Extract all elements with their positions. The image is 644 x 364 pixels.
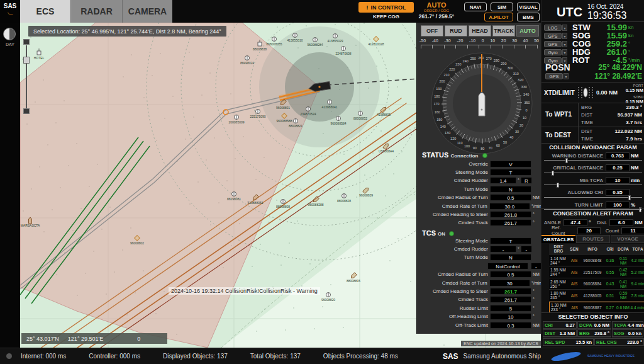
- cap-param-input[interactable]: 0.763: [606, 152, 630, 159]
- tab-routes[interactable]: ROUTES: [576, 235, 610, 243]
- param-value-box[interactable]: 0.5: [490, 271, 531, 278]
- ais-target-label: 413855029: [327, 39, 343, 43]
- cap-slider-handle[interactable]: [552, 171, 554, 176]
- source-chip-cog[interactable]: GPS: [544, 41, 562, 47]
- obstacle-row[interactable]: 1.14 NM244 °AIS960088480.360.11 NM4.2 mi…: [549, 255, 644, 266]
- cap-param-slider[interactable]: [544, 160, 642, 162]
- source-arrow-icon[interactable]: ▾: [562, 33, 567, 39]
- brand-name: Samsung Autonomous Ship: [464, 353, 541, 360]
- ais-target-label: 96008801: [276, 106, 290, 110]
- svg-text:150: 150: [436, 118, 442, 122]
- param-value-box[interactable]: 0.5: [490, 194, 531, 201]
- sim-button[interactable]: SIM: [491, 3, 513, 11]
- obstacle-sensor: AIS: [568, 293, 580, 298]
- param-value-box[interactable]: 30: [489, 280, 530, 287]
- mode-button-auto[interactable]: AUTO: [516, 25, 539, 37]
- param-value-box[interactable]: 261.7: [490, 219, 531, 226]
- source-arrow-icon[interactable]: ▾: [562, 25, 567, 31]
- param-value-box[interactable]: 261.8: [490, 211, 531, 218]
- param-value-box[interactable]: NotControl: [487, 263, 528, 270]
- day-night-toggle-icon[interactable]: [3, 28, 16, 40]
- selected-object-cell: REL CRS228.0 °: [594, 338, 644, 346]
- mode-button-head[interactable]: HEAD: [469, 25, 491, 37]
- source-chip-sog[interactable]: GPS: [544, 33, 562, 39]
- svg-text:50: 50: [503, 140, 507, 144]
- param-value-box[interactable]: 261.7: [490, 288, 531, 295]
- param-value-box[interactable]: 10: [490, 313, 531, 320]
- param-value-box[interactable]: 30.0: [489, 203, 530, 210]
- chart-zoom-slider[interactable]: [23, 39, 30, 113]
- param-label: Cmded Rate of Turn: [417, 280, 489, 286]
- zoom-in-button[interactable]: [23, 39, 30, 45]
- obstacle-dist-brg: 1.80 NM245 °: [549, 291, 568, 300]
- tab-camera[interactable]: CAMERA: [122, 0, 172, 23]
- readout-unit: °: [628, 49, 642, 55]
- svg-text:320: 320: [518, 78, 523, 82]
- param-value-box[interactable]: -: [490, 246, 516, 253]
- chart-side-strip: DAY: [0, 23, 20, 348]
- posn-source-arrow-icon[interactable]: ▾: [564, 73, 569, 79]
- obstacle-row[interactable]: 2.65 NM250 °AIS960088840.430.41 NM9.4 mi…: [549, 278, 644, 290]
- param-value-box[interactable]: N: [490, 186, 531, 193]
- obstacle-dist-brg: 1.55 NM244 °: [549, 268, 568, 276]
- param-value-box[interactable]: T: [490, 237, 531, 244]
- param-label: Steering Mode: [417, 238, 490, 244]
- param-value-box[interactable]: 0.3: [490, 322, 531, 329]
- param-value-box[interactable]: T: [490, 169, 531, 176]
- cap-param-slider[interactable]: [544, 173, 642, 174]
- tab-radar[interactable]: RADAR: [70, 0, 122, 23]
- source-arrow-icon[interactable]: ▾: [562, 41, 567, 47]
- tab-obstacles[interactable]: OBSTACLES: [541, 235, 575, 243]
- wpt-section: To WPT1 BRG230.3 ° DIST56.937 NM TIME3.7…: [541, 103, 644, 127]
- svg-text:200: 200: [439, 79, 445, 83]
- congestion-dist-input[interactable]: 6.0: [609, 219, 633, 226]
- obstacle-row[interactable]: 1.30 NM233 °AIS960088870.270.6 NM4.4 min: [549, 302, 644, 313]
- cap-slider-handle[interactable]: [628, 195, 631, 200]
- param-value-box[interactable]: 261.7: [490, 296, 531, 303]
- zoom-track: [26, 45, 27, 108]
- param-aux-box[interactable]: -: [521, 246, 532, 253]
- congestion-ref-input[interactable]: 20: [577, 227, 601, 234]
- zoom-out-button[interactable]: [23, 108, 30, 114]
- navi-button[interactable]: NAVI: [464, 3, 487, 11]
- cap-param-input[interactable]: 100: [606, 202, 630, 208]
- cap-slider-handle[interactable]: [557, 183, 559, 188]
- param-aux-box[interactable]: -: [531, 263, 542, 270]
- obstacle-row[interactable]: 1.80 NM245 °AIS412880050.510.59 NM7.8 mi…: [549, 290, 644, 302]
- source-chip-stw[interactable]: LOG: [544, 25, 562, 31]
- utc-clock: UTC 16 Oct. 2024 19:36:53: [541, 3, 644, 21]
- source-chip-hdg[interactable]: Gyro: [544, 49, 562, 55]
- svg-text:100: 100: [464, 144, 470, 148]
- congestion-count-input[interactable]: 11: [621, 227, 644, 234]
- apilot-button[interactable]: A.PILOT: [484, 13, 513, 21]
- mode-button-track[interactable]: TRACK: [492, 25, 515, 37]
- svg-text:0: 0: [526, 108, 528, 112]
- cap-param-input[interactable]: 0.85: [606, 189, 630, 196]
- mode-button-off[interactable]: OFF: [421, 25, 443, 37]
- cap-param-slider[interactable]: [544, 197, 642, 199]
- selected-object-cell: REL SPD15.5 kn: [543, 338, 594, 346]
- cap-param-slider[interactable]: [544, 185, 642, 186]
- bms-button[interactable]: BMS: [517, 13, 540, 21]
- heading-compass: 0102030405060708090100110120130140150160…: [418, 50, 540, 156]
- in-control-button[interactable]: ! IN CONTROL: [358, 2, 414, 13]
- param-value-box[interactable]: 1.4: [490, 177, 516, 184]
- source-arrow-icon[interactable]: ▾: [562, 49, 567, 55]
- tab-ecs[interactable]: ECS: [20, 0, 70, 23]
- readout-unit: kn: [628, 25, 642, 30]
- mode-button-rud[interactable]: RUD: [445, 25, 467, 37]
- cap-param-input[interactable]: 0.25: [606, 164, 630, 171]
- visual-button[interactable]: VISUAL: [517, 3, 540, 11]
- tab-voyage[interactable]: VOYAGE: [611, 235, 644, 243]
- cap-param-input[interactable]: 10: [606, 177, 630, 184]
- param-row: Cmded Heading to Steer261.7°: [417, 287, 541, 295]
- posn-source-chip[interactable]: GPS: [545, 73, 563, 79]
- ais-target-label: 413855010: [287, 38, 303, 42]
- param-value-box[interactable]: N: [490, 254, 531, 261]
- param-value-box[interactable]: 5: [490, 305, 531, 312]
- cap-slider-handle[interactable]: [565, 158, 568, 163]
- zoom-handle[interactable]: [23, 57, 30, 64]
- obstacle-row[interactable]: 1.55 NM244 °AIS225175090.550.42 NM5.2 mi…: [549, 267, 644, 278]
- param-aux-box[interactable]: R: [521, 177, 532, 184]
- param-value-box[interactable]: V: [490, 161, 531, 168]
